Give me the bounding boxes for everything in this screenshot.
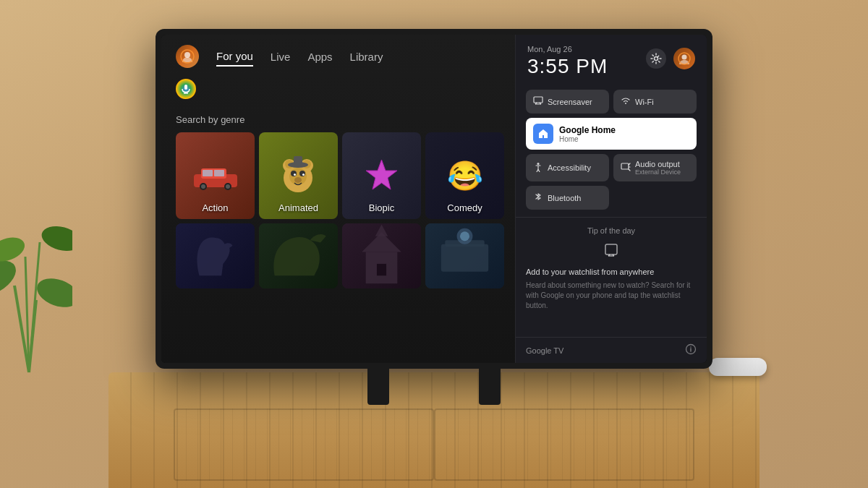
- audio-output-icon: [621, 162, 631, 174]
- wifi-label: Wi-Fi: [635, 98, 654, 106]
- svg-point-3: [33, 273, 72, 312]
- qs-bluetooth-button[interactable]: Bluetooth: [526, 186, 609, 210]
- svg-rect-55: [621, 163, 629, 169]
- genre-row2-4-img: [425, 223, 504, 288]
- user-avatar[interactable]: [176, 45, 199, 68]
- svg-rect-16: [214, 170, 224, 176]
- screensaver-label: Screensaver: [548, 98, 592, 106]
- panel-date: Mon, Aug 26: [527, 45, 608, 53]
- bluetooth-icon: [533, 192, 543, 204]
- tv-screen: For you Live Apps Library: [161, 35, 707, 363]
- google-home-text: Google Home Home: [559, 125, 616, 143]
- audio-output-sublabel: External Device: [635, 168, 681, 176]
- genre-card-row2-4[interactable]: [425, 223, 504, 288]
- qs-accessibility-button[interactable]: Accessibility: [526, 154, 609, 181]
- svg-point-5: [0, 233, 28, 265]
- genre-card-animated[interactable]: Animated: [259, 132, 338, 219]
- nav-for-you[interactable]: For you: [216, 47, 253, 67]
- svg-rect-41: [377, 264, 386, 275]
- star-illustration: [362, 156, 401, 196]
- accessibility-label: Accessibility: [548, 163, 591, 172]
- genre-action-label: Action: [176, 202, 255, 213]
- genre-row2-1-img: [176, 223, 255, 288]
- qs-audio-output-button[interactable]: Audio output External Device: [613, 154, 697, 181]
- genre-animated-label: Animated: [259, 202, 338, 213]
- tv-leg-right: [479, 367, 501, 405]
- svg-line-58: [629, 169, 630, 171]
- svg-point-46: [460, 231, 469, 241]
- google-home-title: Google Home: [559, 125, 616, 135]
- panel-user-avatar[interactable]: [673, 48, 695, 69]
- car-illustration: [190, 160, 241, 192]
- genre-grid-row2: [176, 223, 504, 288]
- genre-section: Search by genre: [176, 114, 504, 288]
- panel-footer-info-icon[interactable]: [685, 343, 697, 357]
- right-panel: Mon, Aug 26 3:55 PM: [515, 35, 707, 363]
- bear-illustration: [275, 153, 322, 200]
- qs-wifi-button[interactable]: Wi-Fi: [613, 90, 697, 114]
- genre-grid-row1: Action: [176, 132, 504, 219]
- svg-rect-50: [534, 97, 542, 103]
- genre-card-comedy[interactable]: 😂 Comedy: [425, 132, 504, 219]
- genre-card-biopic[interactable]: Biopic: [342, 132, 421, 219]
- tip-text-title: Add to your watchlist from anywhere: [526, 267, 697, 276]
- tip-section: Tip of the day Add to your watchlist fro…: [516, 217, 707, 320]
- genre-section-label: Search by genre: [176, 114, 504, 125]
- svg-point-29: [294, 177, 302, 183]
- genre-card-row2-1[interactable]: [176, 223, 255, 288]
- svg-marker-34: [366, 160, 397, 189]
- panel-footer: Google TV: [516, 337, 707, 363]
- svg-point-18: [201, 184, 205, 189]
- genre-row2-2-img: [259, 223, 338, 288]
- tv-bezel: For you Live Apps Library: [161, 35, 707, 363]
- tv-outer-frame: For you Live Apps Library: [156, 29, 712, 369]
- genre-card-action[interactable]: Action: [176, 132, 255, 219]
- tip-title: Tip of the day: [526, 226, 697, 235]
- qs-google-home-button[interactable]: Google Home Home: [526, 118, 697, 150]
- search-area[interactable]: [176, 74, 504, 103]
- google-home-physical-device: [709, 358, 767, 376]
- genre-card-row2-2[interactable]: [259, 223, 338, 288]
- plant-decoration: [0, 170, 72, 387]
- panel-time: 3:55 PM: [527, 55, 608, 78]
- audio-output-label: Audio output: [635, 160, 681, 168]
- panel-header-icons: [646, 48, 695, 69]
- svg-point-31: [302, 174, 305, 176]
- svg-rect-10: [184, 85, 187, 90]
- genre-comedy-label: Comedy: [425, 202, 504, 213]
- svg-point-65: [690, 346, 692, 348]
- nav-library[interactable]: Library: [350, 48, 383, 66]
- tv-leg-left: [367, 367, 389, 405]
- svg-point-28: [299, 171, 305, 176]
- genre-card-row2-3[interactable]: [342, 223, 421, 288]
- qs-screensaver-button[interactable]: Screensaver: [526, 90, 609, 114]
- tv-stand-door-right: [434, 408, 694, 481]
- svg-point-27: [291, 171, 297, 176]
- panel-clock: Mon, Aug 26 3:55 PM: [527, 45, 608, 78]
- tip-text-body: Heard about something new to watch? Sear…: [526, 281, 697, 311]
- tv-stand: [109, 372, 760, 488]
- wifi-icon: [621, 95, 631, 108]
- genre-row2-3-img: [342, 223, 421, 288]
- panel-header: Mon, Aug 26 3:55 PM: [516, 35, 707, 85]
- svg-rect-15: [203, 170, 213, 176]
- bluetooth-label: Bluetooth: [548, 194, 581, 202]
- svg-point-48: [682, 55, 687, 60]
- search-mic-button[interactable]: [176, 79, 196, 99]
- nav-apps[interactable]: Apps: [307, 48, 332, 66]
- panel-footer-label: Google TV: [526, 346, 563, 355]
- svg-point-7: [39, 222, 72, 254]
- nav-live[interactable]: Live: [271, 48, 291, 66]
- tv-stand-door-left: [174, 408, 434, 481]
- svg-line-6: [29, 242, 40, 372]
- genre-biopic-label: Biopic: [342, 202, 421, 213]
- screensaver-icon: [533, 95, 543, 108]
- svg-point-30: [294, 174, 296, 176]
- svg-point-20: [226, 184, 230, 189]
- tip-icon: [526, 242, 697, 262]
- svg-rect-59: [605, 244, 617, 254]
- google-home-icon: [533, 124, 553, 144]
- svg-point-8: [184, 52, 190, 58]
- settings-icon-button[interactable]: [646, 48, 666, 69]
- google-tv-ui: For you Live Apps Library: [161, 35, 707, 363]
